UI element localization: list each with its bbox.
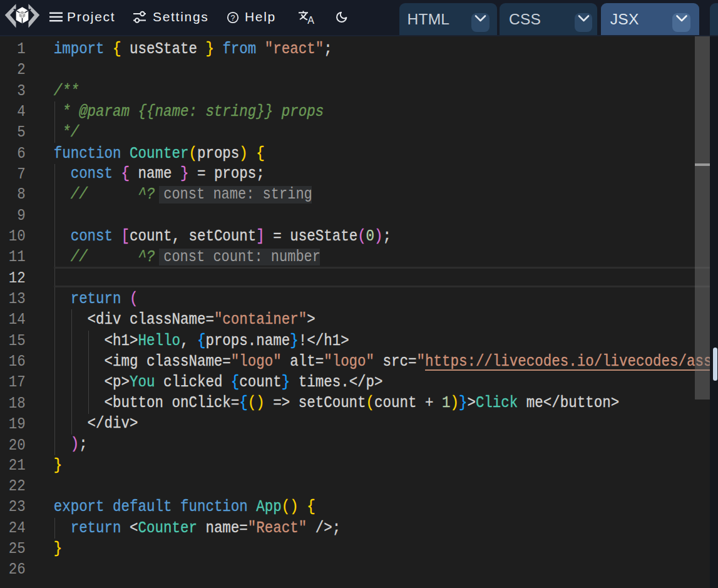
svg-text:A: A: [307, 15, 314, 26]
svg-text:?: ?: [231, 14, 235, 23]
